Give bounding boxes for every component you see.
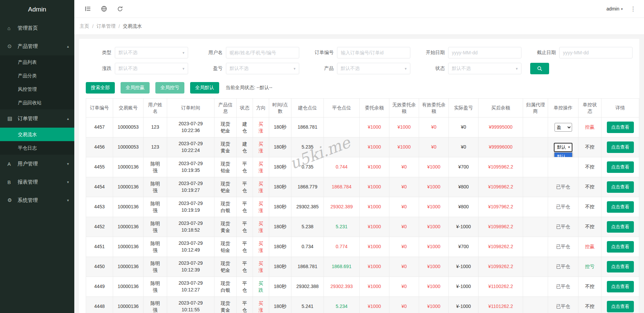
duration-cell: 180秒	[269, 217, 291, 237]
home-icon: ⌂	[7, 25, 17, 31]
breadcrumb-item[interactable]: 主页	[80, 23, 89, 29]
after-balance-cell: ¥1100262.2	[479, 277, 523, 297]
global-lose-button[interactable]: 全局控亏	[155, 82, 184, 94]
main-area: admin ▾ ⋮ 主页/订单管理/交易流水 类型默认不选▾用户名订单编号开始日…	[74, 0, 644, 313]
table-row: 445410000136陈明强2023-07-29 10:19:27现货钯金平仓…	[86, 177, 639, 197]
open-point-cell: 5.238	[291, 217, 324, 237]
sidebar-subitem-product-category[interactable]: 产品分类	[0, 69, 74, 82]
control-state-cell: 控赢	[578, 118, 601, 137]
sidebar-subitem-product-recycle[interactable]: 产品回收站	[0, 96, 74, 109]
column-header: 买后余额	[479, 99, 523, 118]
view-detail-button[interactable]: 点击查看	[607, 241, 634, 253]
product-info-cell: 现货铂金	[214, 237, 237, 257]
breadcrumb-item[interactable]: 订单管理	[97, 23, 115, 29]
end-date-input[interactable]	[559, 47, 633, 58]
profitloss-select[interactable]: 默认不选▾	[226, 63, 299, 74]
close-point-cell: 29302.389	[324, 197, 360, 217]
filter-field: 状态默认不选▾	[419, 63, 521, 74]
search-button[interactable]	[530, 63, 549, 74]
sidebar-item-home[interactable]: ⌂管理首页	[0, 19, 74, 37]
updown-select[interactable]: 默认不选▾	[115, 63, 188, 74]
order-state-cell: 平仓	[237, 277, 253, 297]
language-icon[interactable]	[101, 5, 107, 12]
chevron-down-icon: ▾	[67, 180, 69, 184]
filter-label: 状态	[419, 66, 445, 72]
view-detail-button[interactable]: 点击查看	[607, 221, 634, 233]
view-detail-button[interactable]: 点击查看	[607, 181, 634, 193]
view-detail-button[interactable]: 点击查看	[607, 161, 634, 173]
sidebar-subitem-close-log[interactable]: 平仓日志	[0, 141, 74, 155]
sidebar-subitem-trade-flow[interactable]: 交易流水	[0, 128, 74, 141]
filter-field: 产品默认不选▾	[308, 63, 410, 74]
sidebar-subitem-risk-control[interactable]: 风控管理	[0, 82, 74, 96]
sidebar-submenu: 产品列表产品分类风控管理产品回收站	[0, 55, 74, 109]
entrust-balance-cell: ¥1000	[360, 118, 389, 137]
global-default-button[interactable]: 全局默认	[190, 82, 219, 94]
order-time-cell: 2023-07-29 10:12:49	[167, 237, 214, 257]
order-no-cell: 4457	[86, 118, 113, 137]
sidebar-item-users[interactable]: A用户管理▾	[0, 155, 74, 173]
view-detail-button[interactable]: 点击查看	[607, 261, 634, 272]
agent-cell	[523, 118, 548, 137]
invalid-entrust-cell: ¥1000	[389, 137, 419, 157]
sidebar-subitem-product-list[interactable]: 产品列表	[0, 55, 74, 69]
detail-cell: 点击查看	[601, 157, 639, 177]
view-detail-button[interactable]: 点击查看	[607, 281, 634, 292]
duration-cell: 180秒	[269, 297, 291, 313]
agent-cell	[523, 277, 548, 297]
control-select[interactable]: 默认▾	[554, 143, 572, 152]
detail-cell: 点击查看	[601, 177, 639, 197]
close-point-cell: 29302.393	[324, 277, 360, 297]
column-header: 有效委托余额	[419, 99, 449, 118]
close-point-cell: 0.744	[324, 157, 360, 177]
type-select[interactable]: 默认不选▾	[115, 47, 188, 58]
table-row: 445510000136陈明强2023-07-29 10:19:35现货铂金平仓…	[86, 157, 639, 177]
open-point-cell: 1868.781	[291, 257, 324, 277]
orders-table: 订单编号交易账号用户姓名订单时间产品信息状态方向时间/点数建仓点位平仓点位委托余…	[86, 98, 639, 313]
account-cell: 10000053	[113, 137, 144, 157]
sidebar-item-reports[interactable]: B报表管理▾	[0, 173, 74, 191]
sidebar-item-products[interactable]: ⊙产品管理▴	[0, 37, 74, 55]
product-info-cell: 现货黄金	[214, 297, 237, 313]
search-all-button[interactable]: 搜索全部	[86, 82, 115, 94]
order-time-cell: 2023-07-29 10:22:24	[167, 137, 214, 157]
view-detail-button[interactable]: 点击查看	[607, 301, 634, 312]
global-win-button[interactable]: 全局控赢	[121, 82, 150, 94]
product-select[interactable]: 默认不选▾	[337, 63, 410, 74]
breadcrumb-item: 交易流水	[123, 23, 142, 29]
collapse-sidebar-icon[interactable]	[84, 5, 91, 12]
control-op-cell: 已平仓	[548, 277, 578, 297]
filter-field: 订单编号	[308, 47, 410, 58]
view-detail-button[interactable]: 点击查看	[607, 122, 634, 133]
after-balance-cell: ¥1101262.2	[479, 297, 523, 313]
order-state-cell: 建仓	[237, 118, 253, 137]
actual-profit-cell: ¥700	[449, 157, 479, 177]
app-root: Admin ⌂管理首页⊙产品管理▴产品列表产品分类风控管理产品回收站▤订单管理▴…	[0, 0, 644, 313]
status-select[interactable]: 默认不选▾	[448, 63, 521, 74]
sidebar-item-label: 订单管理	[18, 115, 67, 122]
control-select[interactable]: 默认盈亏	[555, 123, 572, 132]
user-menu[interactable]: admin ▾	[607, 6, 623, 11]
refresh-icon[interactable]	[117, 6, 123, 12]
view-detail-button[interactable]: 点击查看	[607, 141, 634, 153]
table-row: 445010000136陈明强2023-07-29 10:12:39现货钯金平仓…	[86, 257, 639, 277]
column-header: 时间/点数	[269, 99, 291, 118]
control-option[interactable]: 默认	[555, 153, 572, 157]
sidebar-item-system[interactable]: ⚙系统管理▾	[0, 191, 74, 209]
order-no-input[interactable]	[337, 47, 410, 58]
username-input[interactable]	[226, 47, 299, 58]
control-op-cell: 已平仓	[548, 177, 578, 197]
order-no-cell: 4452	[86, 217, 113, 237]
column-header: 状态	[237, 99, 253, 118]
sidebar-item-orders[interactable]: ▤订单管理▴	[0, 109, 74, 128]
filter-label: 用户名	[197, 50, 223, 56]
more-menu-icon[interactable]: ⋮	[627, 5, 639, 12]
topbar: admin ▾ ⋮	[74, 0, 644, 18]
after-balance-cell: ¥99995000	[479, 118, 523, 137]
start-date-input[interactable]	[448, 47, 521, 58]
view-detail-button[interactable]: 点击查看	[607, 201, 634, 213]
column-header: 平仓点位	[324, 99, 360, 118]
control-op-text: 已平仓	[556, 304, 570, 309]
direction-cell: 买涨	[253, 237, 269, 257]
control-op-cell: 已平仓	[548, 297, 578, 313]
